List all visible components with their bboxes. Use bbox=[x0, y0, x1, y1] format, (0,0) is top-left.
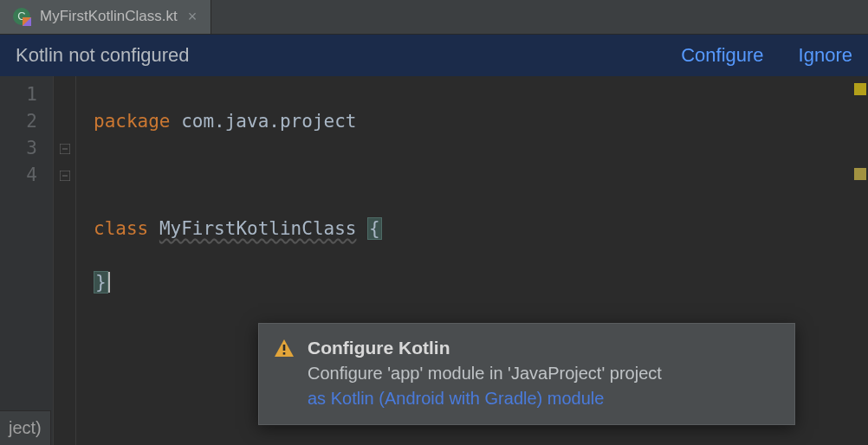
warning-marker[interactable] bbox=[854, 168, 866, 180]
keyword-class: class bbox=[94, 218, 148, 239]
status-text: ject) bbox=[9, 418, 42, 438]
keyword-package: package bbox=[94, 111, 171, 132]
notification-actions: Configure Ignore bbox=[681, 44, 852, 67]
ignore-link[interactable]: Ignore bbox=[799, 44, 852, 67]
popup-description: Configure 'app' module in 'JavaProject' … bbox=[308, 364, 662, 384]
svg-rect-10 bbox=[283, 352, 286, 355]
tab-bar: C MyFirstKotlinClass.kt × bbox=[0, 0, 868, 35]
status-bar-fragment: ject) bbox=[0, 410, 51, 445]
notification-text: Kotlin not configured bbox=[16, 44, 190, 67]
popup-action-link[interactable]: as Kotlin (Android with Gradle) module bbox=[308, 389, 662, 409]
svg-rect-9 bbox=[283, 345, 286, 351]
line-number: 2 bbox=[0, 108, 37, 135]
open-brace: { bbox=[367, 217, 382, 240]
editor-tab[interactable]: C MyFirstKotlinClass.kt × bbox=[0, 0, 211, 34]
close-brace: } bbox=[94, 271, 108, 293]
blank-line bbox=[94, 162, 868, 189]
intention-popup[interactable]: Configure Kotlin Configure 'app' module … bbox=[258, 323, 795, 425]
notification-bar: Kotlin not configured Configure Ignore bbox=[0, 35, 868, 76]
class-name: MyFirstKotlinClass bbox=[159, 218, 357, 239]
tab-filename: MyFirstKotlinClass.kt bbox=[40, 8, 178, 25]
kotlin-class-icon: C bbox=[12, 7, 31, 26]
line-number: 1 bbox=[0, 81, 37, 108]
line-gutter: 1 2 3 4 bbox=[0, 76, 54, 445]
problem-marker[interactable] bbox=[854, 83, 866, 95]
error-stripe bbox=[851, 76, 868, 445]
configure-link[interactable]: Configure bbox=[681, 44, 763, 67]
popup-text: Configure Kotlin Configure 'app' module … bbox=[308, 338, 662, 409]
fold-column bbox=[54, 76, 76, 445]
line-number: 3 bbox=[0, 135, 37, 162]
close-tab-button[interactable]: × bbox=[186, 9, 199, 24]
popup-title: Configure Kotlin bbox=[308, 338, 662, 358]
warning-icon bbox=[275, 339, 294, 409]
package-name: com.java.project bbox=[171, 111, 357, 132]
fold-start-icon[interactable] bbox=[54, 135, 75, 162]
line-number: 4 bbox=[0, 162, 37, 189]
fold-end-icon[interactable] bbox=[54, 162, 75, 189]
text-caret bbox=[108, 272, 110, 293]
